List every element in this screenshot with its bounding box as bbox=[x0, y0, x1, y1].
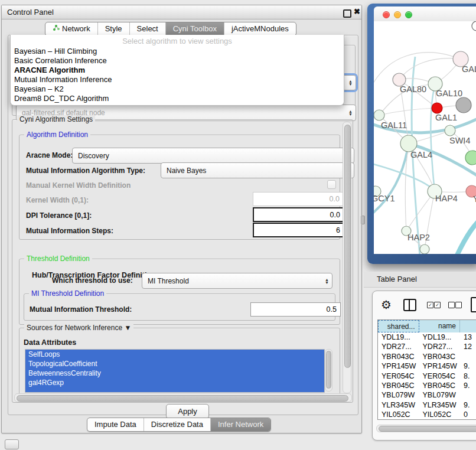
table-column-header[interactable]: shared... bbox=[378, 320, 419, 332]
tab-impute-data[interactable]: Impute Data bbox=[87, 418, 144, 431]
attribute-list-item[interactable]: BetweennessCentrality bbox=[25, 369, 324, 378]
mi-threshold-field[interactable]: 0.5 bbox=[250, 302, 341, 317]
gear-icon[interactable]: ⚙ bbox=[381, 298, 392, 311]
table-cell[interactable]: YIL052C bbox=[419, 410, 461, 419]
manual-kernel-checkbox[interactable] bbox=[327, 180, 336, 189]
network-node[interactable] bbox=[465, 151, 476, 165]
tab-discretize-data[interactable]: Discretize Data bbox=[144, 418, 210, 431]
table-cell[interactable]: YBR043C bbox=[419, 352, 461, 361]
algorithm-option[interactable]: Bayesian – Hill Climbing bbox=[11, 47, 344, 56]
table-cell[interactable]: YLR345W bbox=[419, 400, 461, 410]
table-cell[interactable]: YBL079W bbox=[419, 390, 461, 400]
table-cell[interactable]: YBR043C bbox=[378, 352, 419, 361]
table-cell[interactable] bbox=[460, 390, 476, 400]
algorithm-option[interactable]: Dream8 DC_TDC Algorithm bbox=[11, 94, 344, 103]
collapse-arrow-icon[interactable]: ▼ bbox=[122, 324, 131, 332]
table-horizontal-scrollbar[interactable] bbox=[376, 425, 476, 432]
collapsed-panel-button[interactable] bbox=[5, 439, 19, 449]
select-all-checkbox-icon[interactable]: ✓ bbox=[434, 302, 441, 308]
attribute-list-item-partial[interactable] bbox=[25, 387, 324, 392]
algorithm-option[interactable]: Mutual Information Inference bbox=[11, 75, 344, 84]
table-cell[interactable]: YBR045C bbox=[419, 381, 461, 390]
table-cell[interactable]: 12 bbox=[460, 342, 476, 351]
deselect-all-checkbox-icon[interactable] bbox=[455, 302, 462, 308]
split-pane-grip[interactable] bbox=[361, 216, 365, 224]
table-row[interactable]: YBR043CYBR043C bbox=[378, 352, 476, 361]
table-horizontal-scrollbar-thumb[interactable] bbox=[379, 426, 476, 432]
network-node[interactable] bbox=[420, 244, 429, 254]
table-cell[interactable] bbox=[460, 352, 476, 361]
table-cell[interactable]: 9. bbox=[460, 381, 476, 390]
table-row[interactable]: YDL19...YDL19...13 bbox=[378, 332, 476, 342]
table-cell[interactable]: YDL19... bbox=[419, 332, 461, 342]
table-row[interactable]: YBL079WYBL079W bbox=[378, 390, 476, 400]
float-window-icon[interactable] bbox=[343, 9, 351, 18]
dpi-tolerance-field[interactable]: 0.0 bbox=[253, 207, 345, 222]
kernel-width-field[interactable]: 0.0 bbox=[253, 192, 344, 206]
mi-type-combobox[interactable]: Naive Bayes ▲▼ bbox=[161, 162, 354, 178]
tab-network[interactable]: Network bbox=[45, 22, 97, 35]
attribute-list-item[interactable]: gal4RGexp bbox=[25, 378, 324, 387]
table-cell[interactable]: YDR27... bbox=[378, 342, 419, 351]
table-row[interactable]: YDR27...YDR27...12 bbox=[378, 342, 476, 351]
table-row[interactable]: YIL052CYIL052C0 bbox=[378, 410, 476, 419]
split-columns-icon[interactable] bbox=[403, 299, 416, 311]
attribute-list-item[interactable]: SelfLoops bbox=[25, 350, 324, 359]
table-cell[interactable]: YER054C bbox=[378, 371, 419, 381]
network-node-swi4[interactable] bbox=[445, 125, 455, 136]
network-canvas[interactable]: GALGAL80GAL10GAL1GAL11SWI4GAL4GCY1HAP4YH… bbox=[374, 21, 476, 254]
network-node[interactable] bbox=[456, 97, 471, 113]
table-cell[interactable]: YER054C bbox=[419, 371, 461, 381]
table-column-header[interactable]: name bbox=[419, 320, 460, 332]
table-cell[interactable]: YDL19... bbox=[378, 332, 419, 342]
algorithm-option[interactable]: ARACNE Algorithm bbox=[11, 66, 344, 75]
table-cell[interactable]: 0 bbox=[460, 410, 476, 419]
mac-close-button[interactable] bbox=[383, 11, 390, 18]
function-builder-icon[interactable] bbox=[471, 297, 476, 312]
table-cell[interactable]: YLR345W bbox=[378, 400, 419, 410]
which-threshold-combobox[interactable]: MI Threshold ▲▼ bbox=[142, 273, 332, 289]
aracne-mode-combobox[interactable]: Discovery ▲▼ bbox=[72, 148, 354, 164]
mi-steps-field[interactable]: 6 bbox=[253, 223, 345, 237]
list-scrollbar[interactable] bbox=[325, 349, 332, 392]
table-cell[interactable]: YIL052C bbox=[378, 410, 419, 419]
network-node-gal4[interactable] bbox=[400, 135, 417, 152]
tab-style[interactable]: Style bbox=[97, 22, 129, 35]
data-attributes-list[interactable]: SelfLoopsTopologicalCoefficientBetweenne… bbox=[25, 349, 325, 393]
table-row[interactable]: YBR045CYBR045C9. bbox=[378, 381, 476, 390]
tab-jactivemnodules[interactable]: jActiveMNodules bbox=[224, 22, 296, 35]
table-cell[interactable]: YPR145W bbox=[419, 361, 461, 371]
table-cell[interactable]: YBR045C bbox=[378, 381, 419, 390]
tab-cyni-toolbox[interactable]: Cyni Toolbox bbox=[165, 22, 224, 35]
settings-horizontal-scrollbar-thumb[interactable] bbox=[17, 395, 348, 402]
table-cell[interactable]: 9. bbox=[460, 361, 476, 371]
network-view-window[interactable]: GALGAL80GAL10GAL1GAL11SWI4GAL4GCY1HAP4YH… bbox=[367, 4, 476, 264]
tab-infer-network[interactable]: Infer Network bbox=[210, 418, 270, 431]
settings-horizontal-scrollbar[interactable] bbox=[14, 393, 352, 402]
network-node[interactable] bbox=[472, 21, 476, 31]
table-row[interactable]: YLR345WYLR345W9. bbox=[378, 400, 476, 410]
settings-vertical-scrollbar-thumb[interactable] bbox=[344, 125, 351, 368]
network-node-gal11[interactable] bbox=[374, 110, 384, 120]
attribute-list-item[interactable]: TopologicalCoefficient bbox=[25, 359, 324, 369]
list-scrollbar-thumb[interactable] bbox=[326, 351, 331, 389]
table-cell[interactable]: 9. bbox=[460, 400, 476, 410]
network-node-gal1[interactable] bbox=[432, 103, 442, 113]
tab-select[interactable]: Select bbox=[129, 22, 165, 35]
apply-button[interactable]: Apply bbox=[166, 404, 209, 419]
algorithm-option[interactable]: Bayesian – K2 bbox=[11, 84, 344, 94]
settings-vertical-scrollbar[interactable] bbox=[343, 122, 351, 393]
table-row[interactable]: YPR145WYPR145W9. bbox=[378, 361, 476, 371]
mac-zoom-button[interactable] bbox=[405, 11, 412, 18]
table-cell[interactable]: 13 bbox=[460, 332, 476, 342]
deselect-all-checkbox-icon[interactable] bbox=[448, 302, 455, 308]
table-row[interactable]: YER054CYER054C8. bbox=[378, 371, 476, 381]
table-column-header[interactable]: A bbox=[460, 320, 476, 332]
table-cell[interactable]: YDR27... bbox=[419, 342, 461, 351]
table-cell[interactable]: YPR145W bbox=[378, 361, 419, 371]
close-icon[interactable]: ✖ bbox=[354, 7, 360, 16]
table-cell[interactable]: YBL079W bbox=[378, 390, 419, 400]
mac-minimize-button[interactable] bbox=[394, 11, 401, 18]
network-window-titlebar[interactable] bbox=[374, 6, 476, 22]
algorithm-option[interactable]: Basic Correlation Inference bbox=[11, 56, 344, 66]
